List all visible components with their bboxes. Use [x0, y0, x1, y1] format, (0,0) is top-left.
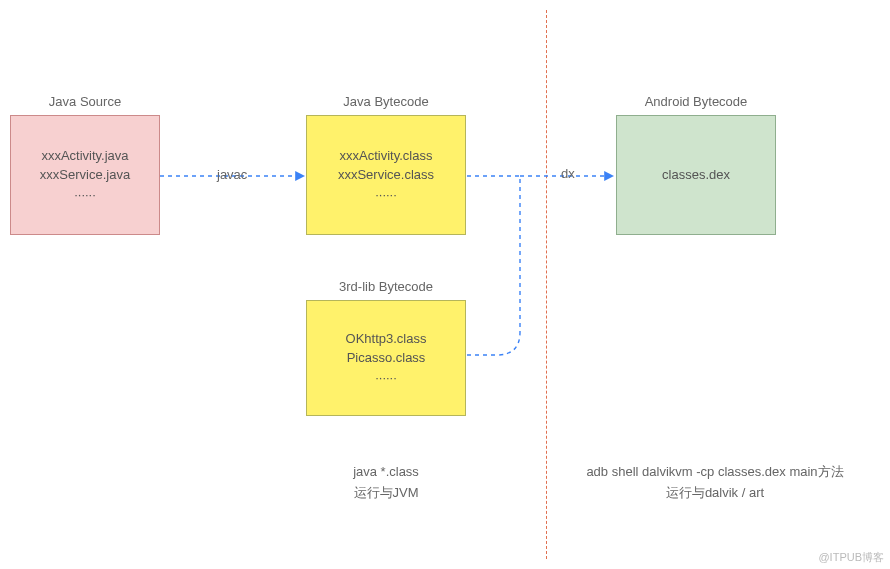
third-lib-box: OKhttp3.class Picasso.class ······ — [306, 300, 466, 416]
arrow-label-javac: javac — [217, 167, 247, 182]
third-lib-line1: OKhttp3.class — [346, 329, 427, 349]
java-bytecode-box: xxxActivity.class xxxService.class ·····… — [306, 115, 466, 235]
watermark: @ITPUB博客 — [818, 550, 884, 565]
caption-left-line1: java *.class — [306, 462, 466, 483]
java-source-box: xxxActivity.java xxxService.java ······ — [10, 115, 160, 235]
caption-right: adb shell dalvikvm -cp classes.dex main方… — [555, 462, 875, 504]
java-source-line2: xxxService.java — [40, 165, 130, 185]
third-lib-title: 3rd-lib Bytecode — [306, 279, 466, 294]
android-bytecode-title: Android Bytecode — [616, 94, 776, 109]
java-bytecode-line3: ······ — [375, 185, 397, 205]
java-source-line3: ······ — [74, 185, 96, 205]
java-source-line1: xxxActivity.java — [41, 146, 128, 166]
caption-left: java *.class 运行与JVM — [306, 462, 466, 504]
arrow-label-dx: dx — [561, 166, 575, 181]
caption-right-line2: 运行与dalvik / art — [555, 483, 875, 504]
java-bytecode-title: Java Bytecode — [306, 94, 466, 109]
java-bytecode-line2: xxxService.class — [338, 165, 434, 185]
caption-right-line1: adb shell dalvikvm -cp classes.dex main方… — [555, 462, 875, 483]
section-divider — [546, 10, 547, 559]
third-lib-line2: Picasso.class — [347, 348, 426, 368]
android-bytecode-box: classes.dex — [616, 115, 776, 235]
java-bytecode-line1: xxxActivity.class — [340, 146, 433, 166]
android-bytecode-line1: classes.dex — [662, 165, 730, 185]
caption-left-line2: 运行与JVM — [306, 483, 466, 504]
third-lib-line3: ······ — [375, 368, 397, 388]
java-source-title: Java Source — [10, 94, 160, 109]
